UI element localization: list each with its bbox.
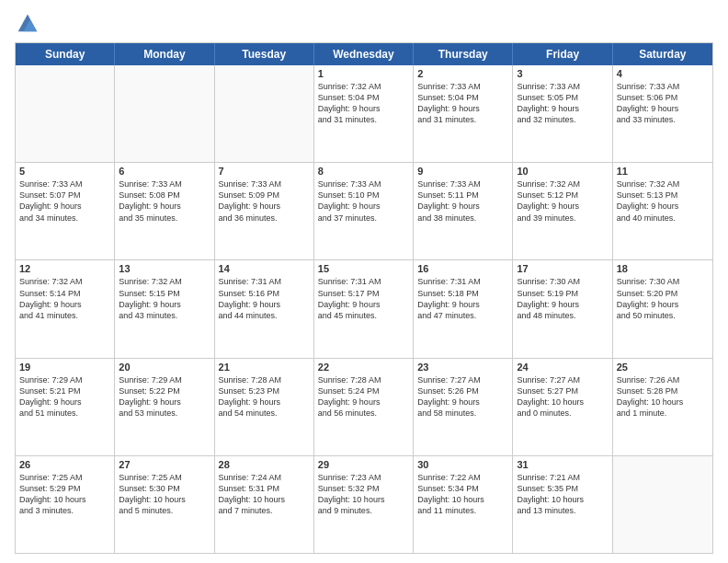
day-number: 9 xyxy=(417,166,508,177)
cell-info: Sunrise: 7:24 AM Sunset: 5:31 PM Dayligh… xyxy=(219,472,310,517)
calendar-week-2: 5Sunrise: 7:33 AM Sunset: 5:07 PM Daylig… xyxy=(16,162,712,259)
day-cell-5: 5Sunrise: 7:33 AM Sunset: 5:07 PM Daylig… xyxy=(16,163,115,259)
day-number: 13 xyxy=(119,263,210,274)
day-cell-26: 26Sunrise: 7:25 AM Sunset: 5:29 PM Dayli… xyxy=(16,456,115,553)
day-cell-16: 16Sunrise: 7:31 AM Sunset: 5:18 PM Dayli… xyxy=(414,260,513,357)
calendar-week-1: 1Sunrise: 7:32 AM Sunset: 5:04 PM Daylig… xyxy=(16,65,712,162)
cell-info: Sunrise: 7:22 AM Sunset: 5:34 PM Dayligh… xyxy=(417,472,508,517)
day-cell-13: 13Sunrise: 7:32 AM Sunset: 5:15 PM Dayli… xyxy=(115,260,214,357)
cell-info: Sunrise: 7:27 AM Sunset: 5:26 PM Dayligh… xyxy=(417,374,508,419)
cell-info: Sunrise: 7:32 AM Sunset: 5:15 PM Dayligh… xyxy=(119,276,210,321)
logo-icon xyxy=(15,9,40,35)
cell-info: Sunrise: 7:32 AM Sunset: 5:14 PM Dayligh… xyxy=(19,276,110,321)
cell-info: Sunrise: 7:33 AM Sunset: 5:06 PM Dayligh… xyxy=(617,81,709,126)
day-number: 5 xyxy=(19,166,110,177)
day-number: 23 xyxy=(417,362,508,373)
day-number: 24 xyxy=(517,362,608,373)
cell-info: Sunrise: 7:32 AM Sunset: 5:12 PM Dayligh… xyxy=(517,178,608,224)
header xyxy=(15,9,713,35)
day-cell-12: 12Sunrise: 7:32 AM Sunset: 5:14 PM Dayli… xyxy=(16,260,115,357)
day-number: 11 xyxy=(617,166,709,177)
day-cell-2: 2Sunrise: 7:33 AM Sunset: 5:04 PM Daylig… xyxy=(414,65,513,162)
day-number: 4 xyxy=(617,68,709,79)
cell-info: Sunrise: 7:28 AM Sunset: 5:24 PM Dayligh… xyxy=(318,374,409,419)
day-cell-20: 20Sunrise: 7:29 AM Sunset: 5:22 PM Dayli… xyxy=(115,359,214,455)
header-day-friday: Friday xyxy=(513,43,612,65)
cell-info: Sunrise: 7:33 AM Sunset: 5:10 PM Dayligh… xyxy=(318,178,409,224)
calendar-week-4: 19Sunrise: 7:29 AM Sunset: 5:21 PM Dayli… xyxy=(16,358,712,455)
day-number: 12 xyxy=(19,263,110,274)
day-cell-11: 11Sunrise: 7:32 AM Sunset: 5:13 PM Dayli… xyxy=(613,163,712,259)
calendar-header-row: SundayMondayTuesdayWednesdayThursdayFrid… xyxy=(16,43,712,65)
cell-info: Sunrise: 7:27 AM Sunset: 5:27 PM Dayligh… xyxy=(517,374,608,419)
cell-info: Sunrise: 7:29 AM Sunset: 5:21 PM Dayligh… xyxy=(19,374,110,419)
day-number: 30 xyxy=(417,459,508,470)
cell-info: Sunrise: 7:26 AM Sunset: 5:28 PM Dayligh… xyxy=(617,374,709,419)
day-number: 19 xyxy=(19,362,110,373)
empty-cell xyxy=(613,456,712,553)
cell-info: Sunrise: 7:23 AM Sunset: 5:32 PM Dayligh… xyxy=(318,472,409,517)
day-cell-28: 28Sunrise: 7:24 AM Sunset: 5:31 PM Dayli… xyxy=(215,456,314,553)
day-number: 17 xyxy=(517,263,608,274)
cell-info: Sunrise: 7:28 AM Sunset: 5:23 PM Dayligh… xyxy=(219,374,310,419)
day-cell-10: 10Sunrise: 7:32 AM Sunset: 5:12 PM Dayli… xyxy=(513,163,612,259)
empty-cell xyxy=(215,65,314,162)
cell-info: Sunrise: 7:31 AM Sunset: 5:17 PM Dayligh… xyxy=(318,276,409,321)
day-number: 26 xyxy=(19,459,110,470)
day-number: 6 xyxy=(119,166,210,177)
calendar-week-3: 12Sunrise: 7:32 AM Sunset: 5:14 PM Dayli… xyxy=(16,259,712,357)
day-cell-17: 17Sunrise: 7:30 AM Sunset: 5:19 PM Dayli… xyxy=(513,260,612,357)
cell-info: Sunrise: 7:25 AM Sunset: 5:29 PM Dayligh… xyxy=(19,472,110,517)
day-number: 21 xyxy=(219,362,310,373)
day-cell-27: 27Sunrise: 7:25 AM Sunset: 5:30 PM Dayli… xyxy=(115,456,214,553)
empty-cell xyxy=(16,65,115,162)
cell-info: Sunrise: 7:33 AM Sunset: 5:07 PM Dayligh… xyxy=(19,178,110,224)
day-cell-31: 31Sunrise: 7:21 AM Sunset: 5:35 PM Dayli… xyxy=(513,456,612,553)
day-number: 29 xyxy=(318,459,409,470)
page: SundayMondayTuesdayWednesdayThursdayFrid… xyxy=(0,0,728,563)
day-number: 14 xyxy=(219,263,310,274)
cell-info: Sunrise: 7:33 AM Sunset: 5:05 PM Dayligh… xyxy=(517,81,608,126)
cell-info: Sunrise: 7:33 AM Sunset: 5:04 PM Dayligh… xyxy=(417,81,508,126)
cell-info: Sunrise: 7:30 AM Sunset: 5:19 PM Dayligh… xyxy=(517,276,608,321)
day-cell-23: 23Sunrise: 7:27 AM Sunset: 5:26 PM Dayli… xyxy=(414,359,513,455)
day-number: 10 xyxy=(517,166,608,177)
day-cell-19: 19Sunrise: 7:29 AM Sunset: 5:21 PM Dayli… xyxy=(16,359,115,455)
day-cell-25: 25Sunrise: 7:26 AM Sunset: 5:28 PM Dayli… xyxy=(613,359,712,455)
day-cell-1: 1Sunrise: 7:32 AM Sunset: 5:04 PM Daylig… xyxy=(314,65,414,162)
header-day-thursday: Thursday xyxy=(414,43,513,65)
logo xyxy=(15,9,44,35)
cell-info: Sunrise: 7:32 AM Sunset: 5:13 PM Dayligh… xyxy=(617,178,709,224)
calendar: SundayMondayTuesdayWednesdayThursdayFrid… xyxy=(15,42,713,554)
day-cell-30: 30Sunrise: 7:22 AM Sunset: 5:34 PM Dayli… xyxy=(414,456,513,553)
cell-info: Sunrise: 7:33 AM Sunset: 5:09 PM Dayligh… xyxy=(219,178,310,224)
day-number: 18 xyxy=(617,263,709,274)
day-number: 31 xyxy=(517,459,608,470)
cell-info: Sunrise: 7:30 AM Sunset: 5:20 PM Dayligh… xyxy=(617,276,709,321)
header-day-saturday: Saturday xyxy=(613,43,712,65)
cell-info: Sunrise: 7:31 AM Sunset: 5:18 PM Dayligh… xyxy=(417,276,508,321)
day-number: 8 xyxy=(318,166,409,177)
cell-info: Sunrise: 7:29 AM Sunset: 5:22 PM Dayligh… xyxy=(119,374,210,419)
empty-cell xyxy=(115,65,214,162)
day-number: 25 xyxy=(617,362,709,373)
day-number: 15 xyxy=(318,263,409,274)
calendar-body: 1Sunrise: 7:32 AM Sunset: 5:04 PM Daylig… xyxy=(16,65,712,553)
day-cell-22: 22Sunrise: 7:28 AM Sunset: 5:24 PM Dayli… xyxy=(314,359,414,455)
day-cell-9: 9Sunrise: 7:33 AM Sunset: 5:11 PM Daylig… xyxy=(414,163,513,259)
cell-info: Sunrise: 7:31 AM Sunset: 5:16 PM Dayligh… xyxy=(219,276,310,321)
day-cell-6: 6Sunrise: 7:33 AM Sunset: 5:08 PM Daylig… xyxy=(115,163,214,259)
day-cell-24: 24Sunrise: 7:27 AM Sunset: 5:27 PM Dayli… xyxy=(513,359,612,455)
day-number: 27 xyxy=(119,459,210,470)
header-day-monday: Monday xyxy=(115,43,214,65)
day-cell-21: 21Sunrise: 7:28 AM Sunset: 5:23 PM Dayli… xyxy=(215,359,314,455)
day-cell-14: 14Sunrise: 7:31 AM Sunset: 5:16 PM Dayli… xyxy=(215,260,314,357)
day-number: 28 xyxy=(219,459,310,470)
cell-info: Sunrise: 7:21 AM Sunset: 5:35 PM Dayligh… xyxy=(517,472,608,517)
cell-info: Sunrise: 7:32 AM Sunset: 5:04 PM Dayligh… xyxy=(318,81,409,126)
day-cell-3: 3Sunrise: 7:33 AM Sunset: 5:05 PM Daylig… xyxy=(513,65,612,162)
header-day-sunday: Sunday xyxy=(16,43,115,65)
day-cell-29: 29Sunrise: 7:23 AM Sunset: 5:32 PM Dayli… xyxy=(314,456,414,553)
header-day-wednesday: Wednesday xyxy=(314,43,414,65)
day-number: 16 xyxy=(417,263,508,274)
